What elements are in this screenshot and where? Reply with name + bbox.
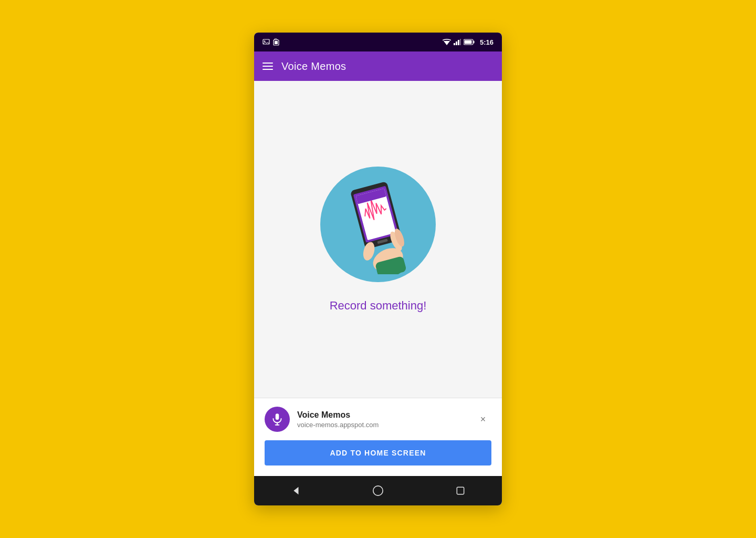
- menu-icon[interactable]: [262, 63, 273, 70]
- main-content: Record something!: [254, 81, 502, 398]
- nav-home-button[interactable]: [365, 478, 391, 503]
- svg-rect-7: [458, 40, 459, 45]
- microphone-icon: [270, 412, 284, 426]
- nav-bar: [254, 476, 502, 505]
- svg-rect-5: [454, 43, 455, 45]
- svg-rect-23: [276, 413, 279, 420]
- app-icon-circle: [265, 407, 290, 432]
- status-time: 5:16: [480, 38, 494, 46]
- svg-rect-3: [275, 41, 278, 44]
- svg-rect-8: [460, 39, 461, 45]
- nav-back-button[interactable]: [283, 478, 308, 503]
- home-circle-icon: [372, 485, 384, 496]
- app-info: Voice Memos voice-memos.appspot.com: [297, 410, 475, 429]
- bottom-sheet-header: Voice Memos voice-memos.appspot.com ×: [265, 407, 491, 432]
- phone-frame: 5:16 Voice Memos: [254, 33, 502, 505]
- status-left-icons: [262, 38, 279, 46]
- svg-rect-10: [473, 41, 474, 44]
- app-url: voice-memos.appspot.com: [297, 421, 475, 429]
- battery-icon: [464, 39, 475, 45]
- svg-point-1: [264, 40, 265, 42]
- add-to-home-screen-button[interactable]: ADD TO HOME SCREEN: [265, 440, 491, 465]
- image-status-icon: [262, 38, 270, 46]
- app-bar: Voice Memos: [254, 51, 502, 81]
- status-right-icons: 5:16: [443, 38, 494, 46]
- svg-marker-26: [293, 487, 298, 495]
- record-text: Record something!: [330, 299, 427, 313]
- svg-rect-6: [456, 42, 457, 45]
- app-name-banner: Voice Memos: [297, 410, 475, 421]
- recent-apps-icon: [455, 485, 466, 496]
- status-bar: 5:16: [254, 33, 502, 51]
- sim-status-icon: [273, 38, 279, 46]
- back-icon: [290, 485, 301, 496]
- bottom-sheet: Voice Memos voice-memos.appspot.com × AD…: [254, 398, 502, 476]
- nav-recent-button[interactable]: [448, 478, 473, 503]
- wifi-icon: [443, 39, 451, 45]
- svg-point-27: [373, 486, 383, 495]
- app-bar-title: Voice Memos: [281, 60, 346, 73]
- svg-rect-11: [464, 40, 471, 44]
- illustration-circle: [320, 167, 436, 282]
- hand-phone-illustration: [333, 174, 423, 274]
- svg-rect-28: [457, 487, 464, 494]
- signal-icon: [454, 39, 461, 45]
- close-button[interactable]: ×: [475, 411, 491, 428]
